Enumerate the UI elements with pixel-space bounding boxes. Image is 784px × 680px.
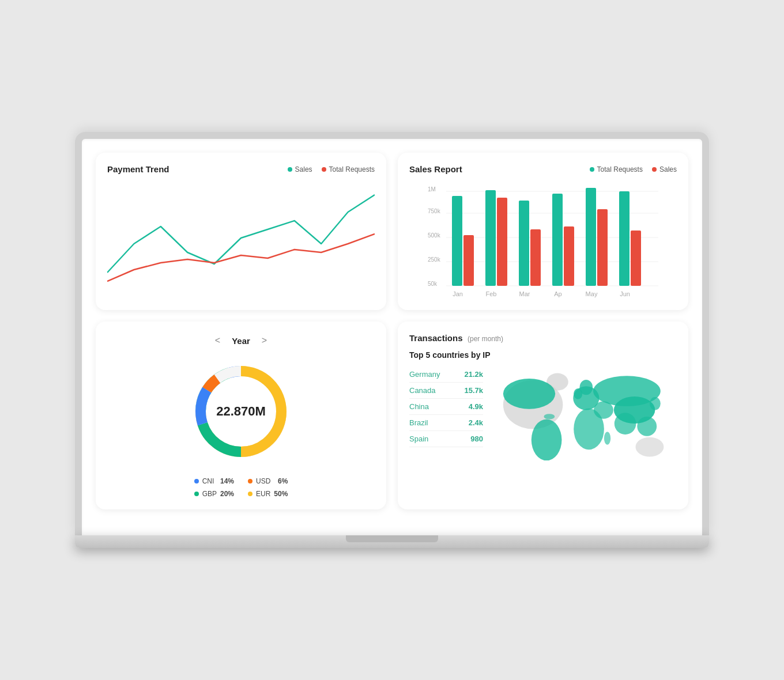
svg-rect-17 [564,226,574,286]
svg-point-46 [635,437,664,457]
table-row: Brazil 2.4k [409,415,483,431]
svg-text:Jun: Jun [620,290,630,297]
svg-rect-18 [586,188,596,286]
world-map-svg [492,367,677,464]
total-requests-dot-sr [590,167,594,172]
sales-report-card: Sales Report Total Requests Sales [398,153,688,310]
svg-point-51 [604,432,610,445]
next-year-button[interactable]: > [259,333,269,348]
payment-trend-card: Payment Trend Sales Total Requests [96,153,386,310]
svg-point-45 [637,417,657,436]
country-name-canada: Canada [409,386,436,395]
table-row: Canada 15.7k [409,383,483,399]
sales-report-header: Sales Report Total Requests Sales [409,164,677,174]
prev-year-button[interactable]: < [213,333,223,348]
svg-text:Feb: Feb [486,290,497,297]
donut-wrapper: < Year > [107,333,375,498]
legend-total-requests: Total Requests [322,165,375,173]
svg-rect-12 [485,190,496,286]
country-name-spain: Spain [409,435,428,443]
svg-point-50 [594,402,613,419]
svg-rect-19 [597,209,608,286]
svg-point-49 [580,380,593,395]
svg-rect-16 [552,194,563,286]
gbp-dot [194,492,199,496]
svg-rect-21 [631,231,641,286]
svg-text:Ap: Ap [554,290,561,297]
svg-point-53 [503,379,555,409]
sales-report-svg: 1M 750k 500k 250k 50k [409,183,677,299]
requests-dot [322,167,326,172]
country-list: Germany 21.2k Canada 15.7k China 4.9k [409,367,483,464]
payment-trend-title: Payment Trend [107,164,169,174]
sales-dot-sr [652,167,657,172]
legend-usd: USD 6% [248,477,288,485]
country-name-germany: Germany [409,370,440,379]
country-value-spain: 980 [470,435,483,443]
eur-dot [248,492,252,496]
cni-dot [194,479,199,483]
legend-sales: Sales [288,165,312,173]
year-nav: < Year > [213,333,269,348]
country-name-brazil: Brazil [409,418,428,427]
payment-trend-legend: Sales Total Requests [288,165,375,173]
table-row: Spain 980 [409,431,483,447]
transactions-card: Transactions (per month) Top 5 countries… [398,322,688,509]
laptop-screen: Payment Trend Sales Total Requests [75,132,709,535]
laptop-wrapper: Payment Trend Sales Total Requests [75,132,709,548]
country-value-brazil: 2.4k [469,418,483,427]
legend-gbp: GBP 20% [194,490,234,498]
svg-rect-14 [519,201,529,286]
svg-rect-13 [497,198,507,286]
table-row: China 4.9k [409,399,483,415]
usd-dot [248,479,252,483]
svg-rect-20 [619,191,630,286]
svg-rect-10 [452,196,462,286]
svg-text:Mar: Mar [519,290,530,297]
transactions-header: Transactions (per month) [409,333,677,343]
table-row: Germany 21.2k [409,367,483,383]
top5-title: Top 5 countries by IP [409,350,677,360]
svg-text:May: May [586,290,598,297]
svg-point-44 [615,413,636,435]
legend-sales-sr: Sales [652,165,677,173]
country-value-china: 4.9k [469,402,483,411]
legend-eur: EUR 50% [248,490,288,498]
svg-text:Jan: Jan [453,290,463,297]
svg-text:250k: 250k [428,256,441,263]
laptop-base [75,535,709,548]
svg-point-47 [650,397,661,410]
svg-point-39 [532,420,562,461]
svg-text:750k: 750k [428,208,441,214]
sales-report-title: Sales Report [409,164,462,174]
transactions-content: Germany 21.2k Canada 15.7k China 4.9k [409,367,677,464]
donut-container: 22.870M [189,360,293,463]
country-value-canada: 15.7k [464,386,483,395]
svg-text:1M: 1M [428,186,436,192]
dashboard-grid: Payment Trend Sales Total Requests [96,153,688,509]
payment-trend-chart [107,183,375,299]
payment-trend-svg [107,183,375,299]
transactions-subtitle: (per month) [468,335,503,343]
donut-legend: CNI 14% USD 6% GBP 20% [194,477,288,498]
sales-dot [288,167,292,172]
year-nav-title: Year [232,336,250,346]
svg-text:500k: 500k [428,232,441,239]
legend-cni: CNI 14% [194,477,234,485]
svg-text:50k: 50k [428,281,438,287]
world-map-container [492,367,677,464]
year-card: < Year > [96,322,386,509]
sales-report-legend: Total Requests Sales [590,165,677,173]
sales-report-chart: 1M 750k 500k 250k 50k [409,183,677,299]
country-value-germany: 21.2k [464,370,483,379]
payment-trend-header: Payment Trend Sales Total Requests [107,164,375,174]
svg-point-52 [544,414,555,419]
svg-rect-15 [530,229,541,286]
svg-rect-11 [463,235,474,286]
donut-center-value: 22.870M [216,404,266,419]
country-name-china: China [409,402,429,411]
transactions-title: Transactions [409,333,463,343]
legend-total-requests-sr: Total Requests [590,165,643,173]
